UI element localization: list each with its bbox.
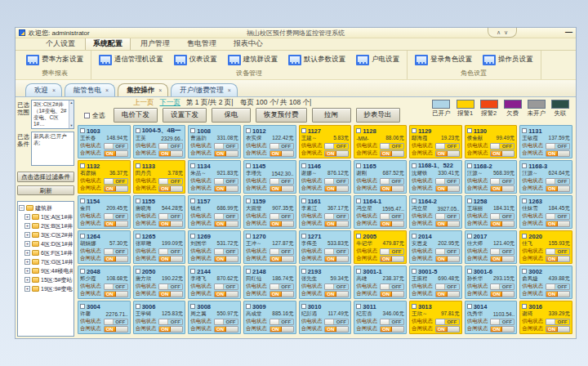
room-card[interactable]: 1168-1、522沈耀铁330.41元供电状态OFF合闸状态ON (409, 160, 462, 194)
room-checkbox[interactable] (467, 269, 472, 274)
switch-status-toggle[interactable]: ON (214, 326, 238, 333)
supply-status-toggle[interactable]: OFF (214, 319, 238, 325)
room-card[interactable]: 1165谢刚687.52元供电状态OFF合闸状态ON (354, 160, 407, 194)
supply-status-toggle[interactable]: OFF (104, 213, 128, 220)
room-checkbox[interactable] (356, 163, 361, 168)
expand-icon[interactable]: + (24, 259, 30, 265)
tree-item-7[interactable]: +15区:5#变站(3 (19, 275, 73, 284)
room-checkbox[interactable] (246, 234, 251, 239)
tab-close-icon[interactable]: × (105, 87, 109, 93)
room-card[interactable]: 3002俞凤婕439.88元供电状态OFF合闸状态ON (519, 266, 572, 299)
room-checkbox[interactable] (301, 269, 306, 274)
room-card[interactable]: 1146谢娜～876.12元供电状态OFF合闸状态ON (299, 160, 352, 194)
supply-status-toggle[interactable]: OFF (270, 248, 294, 255)
supply-status-toggle[interactable]: OFF (435, 178, 460, 185)
action-button-3[interactable]: 恢复预付费 (256, 108, 307, 123)
room-checkbox[interactable] (301, 199, 306, 203)
select-all[interactable]: 全选 (84, 111, 105, 120)
room-checkbox[interactable] (190, 269, 195, 274)
room-card[interactable]: 2020佳飞155.93元供电状态OFF合闸状态ON (519, 230, 572, 264)
room-checkbox[interactable] (467, 128, 472, 133)
tree-item-8[interactable]: +19区:9#变电站( (19, 284, 73, 293)
room-checkbox[interactable] (80, 163, 85, 168)
room-card[interactable]: 1130侯金献99.49元供电状态OFF合闸状态ON (465, 125, 518, 158)
supply-status-toggle[interactable]: OFF (380, 248, 404, 255)
room-card[interactable]: 1157钱杰686.99元供电状态OFF合闸状态ON (188, 195, 241, 229)
supply-status-toggle[interactable]: OFF (435, 283, 460, 290)
switch-status-toggle[interactable]: ON (158, 185, 183, 192)
selected-condition-box[interactable]: 新风表:已开户 表; (31, 132, 74, 166)
supply-status-toggle[interactable]: OFF (214, 143, 238, 150)
room-card[interactable]: 1145李瑾先1542.30..供电状态OFF合闸状态ON (243, 160, 296, 194)
supply-status-toggle[interactable]: OFF (104, 143, 128, 150)
switch-status-toggle[interactable]: ON (435, 291, 460, 297)
room-checkbox[interactable] (356, 128, 361, 133)
switch-status-toggle[interactable]: ON (104, 256, 128, 262)
room-checkbox[interactable] (522, 234, 527, 239)
room-checkbox[interactable] (522, 163, 527, 168)
switch-status-toggle[interactable]: ON (435, 150, 460, 157)
room-checkbox[interactable] (80, 128, 85, 133)
room-checkbox[interactable] (522, 269, 527, 274)
room-checkbox[interactable] (301, 304, 306, 309)
room-card[interactable]: 3001-6孙长华293.15元供电状态OFF合闸状态ON (465, 266, 518, 299)
switch-status-toggle[interactable]: ON (270, 291, 294, 297)
room-card[interactable]: 1168-3汪源～624.64元供电状态OFF合闸状态ON (519, 160, 572, 194)
supply-status-toggle[interactable]: OFF (380, 143, 404, 150)
switch-status-toggle[interactable]: ON (324, 256, 349, 262)
switch-status-toggle[interactable]: ON (324, 326, 349, 333)
menu-item-4[interactable]: 报表中心 (226, 37, 270, 50)
room-card[interactable]: 1159大圆堂907.35元供电状态OFF合闸状态ON (243, 195, 296, 229)
room-checkbox[interactable] (356, 234, 361, 239)
room-card[interactable]: 1134朱品～921.83元供电状态OFF合闸状态ON (188, 160, 241, 194)
switch-status-toggle[interactable]: ON (380, 185, 404, 192)
listbox-scrollbar[interactable]: ▲▼ (69, 100, 74, 128)
room-checkbox[interactable] (467, 234, 472, 239)
supply-status-toggle[interactable]: OFF (104, 178, 128, 185)
room-checkbox[interactable] (190, 163, 195, 168)
switch-status-toggle[interactable]: ON (546, 185, 570, 192)
tab-3[interactable]: 开户/缴费管理× (171, 83, 237, 96)
room-checkbox[interactable] (467, 163, 472, 168)
scroll-down-icon[interactable]: ▼ (70, 124, 74, 127)
supply-status-toggle[interactable]: OFF (380, 213, 404, 220)
room-checkbox[interactable] (467, 199, 472, 203)
switch-status-toggle[interactable]: ON (270, 256, 294, 262)
room-card[interactable]: 3009高成堂885.16元供电状态OFF合闸状态ON (243, 301, 296, 334)
room-card[interactable]: 1265张翠雕199.09元供电状态OFF合闸状态ON (133, 230, 186, 264)
tab-0[interactable]: 欢迎× (25, 83, 62, 96)
expand-icon[interactable]: + (24, 223, 30, 229)
room-card[interactable]: 3006王学铸125.83元供电状态OFF合闸状态ON (133, 301, 186, 334)
switch-status-toggle[interactable]: ON (546, 150, 570, 157)
room-card[interactable]: 2014安思龙202.95元供电状态OFF合闸状态ON (409, 230, 462, 264)
ribbon-button[interactable]: 登录角色设置 (413, 54, 474, 66)
scroll-up-icon[interactable]: ▲ (70, 101, 74, 105)
switch-status-toggle[interactable]: ON (324, 291, 349, 297)
room-card[interactable]: 1154金日209.45元供电状态OFF合闸状态ON (78, 195, 131, 229)
supply-status-toggle[interactable]: OFF (490, 178, 514, 185)
room-checkbox[interactable] (80, 234, 85, 239)
switch-status-toggle[interactable]: ON (490, 256, 514, 262)
switch-status-toggle[interactable]: ON (380, 326, 404, 333)
switch-status-toggle[interactable]: ON (104, 291, 128, 297)
room-card[interactable]: 1164-2冯立星3927.05..供电状态OFF合闸状态ON (409, 195, 462, 229)
tab-1[interactable]: 能管售电× (65, 83, 115, 96)
switch-status-toggle[interactable]: ON (435, 256, 460, 262)
supply-status-toggle[interactable]: OFF (158, 248, 183, 255)
prev-page-link[interactable]: 上一页 (133, 98, 154, 108)
tree-item-1[interactable]: +2区:B区1#井(B区 (19, 221, 73, 230)
room-checkbox[interactable] (136, 163, 140, 168)
room-card[interactable]: 1161李素江367.17元供电状态OFF合闸状态ON (299, 195, 352, 229)
room-checkbox[interactable] (246, 199, 251, 203)
supply-status-toggle[interactable]: OFF (380, 178, 404, 185)
switch-status-toggle[interactable]: ON (324, 150, 349, 157)
ribbon-button[interactable]: 费率方案设置 (24, 54, 85, 66)
room-card[interactable]: 2144李瑾飞870.62元供电状态OFF合闸状态ON (188, 266, 241, 299)
switch-status-toggle[interactable]: ON (546, 291, 570, 297)
tree-item-4[interactable]: +6区:F区1#井(F (19, 248, 73, 257)
room-card[interactable]: 1012衣实保122.42元供电状态OFF合闸状态ON (243, 125, 296, 158)
expand-icon[interactable]: + (24, 214, 30, 220)
supply-status-toggle[interactable]: OFF (380, 319, 404, 325)
ribbon-button[interactable]: 户电设置 (354, 54, 401, 66)
room-checkbox[interactable] (522, 199, 527, 203)
